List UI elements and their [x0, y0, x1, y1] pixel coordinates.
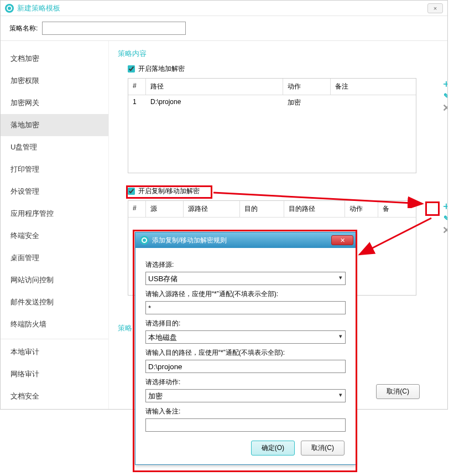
policy-name-row: 策略名称:	[1, 16, 447, 40]
sidebar-item-9[interactable]: 桌面管理	[1, 247, 108, 269]
col2-src: 源	[146, 201, 184, 217]
delete-icon[interactable]: ✕	[442, 104, 447, 112]
sidebar-item-13[interactable]: 本地审计	[1, 339, 108, 363]
landing-table-wrap: # 路径 动作 备注 1 D:\projone 加密	[128, 78, 439, 173]
sidebar: 文档加密加密权限加密网关落地加密U盘管理打印管理外设管理应用程序管控终端安全桌面…	[1, 41, 109, 409]
col2-num: #	[128, 201, 146, 217]
cell-num: 1	[128, 95, 146, 110]
lbl-action: 请选择动作:	[145, 377, 346, 387]
remark-input[interactable]	[145, 418, 346, 432]
landing-table-header: # 路径 动作 备注	[128, 79, 416, 95]
dialog-close-button[interactable]: ✕	[331, 235, 353, 245]
sidebar-item-11[interactable]: 邮件发送控制	[1, 291, 108, 313]
dialog-icon	[140, 236, 149, 245]
copymove-table-tools: ＋ ✎ ✕	[442, 201, 447, 235]
enable-copymove-checkbox[interactable]	[128, 188, 135, 195]
policy-name-label: 策略名称:	[9, 24, 38, 33]
sidebar-item-0[interactable]: 文档加密	[1, 48, 108, 70]
sidebar-item-15[interactable]: 文档安全	[1, 385, 108, 407]
lbl-remark: 请输入备注:	[145, 407, 346, 416]
sidebar-item-10[interactable]: 网站访问控制	[1, 269, 108, 291]
cell-path: D:\projone	[146, 95, 283, 110]
window-title: 新建策略模板	[17, 3, 60, 13]
sidebar-item-5[interactable]: 打印管理	[1, 158, 108, 180]
policy-name-input[interactable]	[42, 22, 186, 35]
sidebar-item-7[interactable]: 应用程序管控	[1, 203, 108, 225]
col2-dstp: 目的路径	[284, 201, 345, 217]
col2-dst: 目的	[240, 201, 284, 217]
edit-icon[interactable]: ✎	[442, 91, 447, 100]
col2-remark: 备	[378, 201, 416, 217]
source-path-input[interactable]	[145, 301, 346, 314]
dialog-titlebar: 添加复制/移动加解密规则 ✕	[135, 232, 356, 248]
sidebar-item-3[interactable]: 落地加密	[1, 114, 108, 136]
sidebar-item-2[interactable]: 加密网关	[1, 92, 108, 114]
app-icon	[5, 4, 14, 13]
sidebar-item-16[interactable]: 审批流程	[1, 407, 108, 409]
add-copymove-icon[interactable]: ＋	[442, 201, 447, 210]
sidebar-item-4[interactable]: U盘管理	[1, 136, 108, 158]
landing-table: # 路径 动作 备注 1 D:\projone 加密	[128, 78, 416, 173]
col-remark: 备注	[331, 79, 416, 95]
sidebar-item-8[interactable]: 终端安全	[1, 225, 108, 247]
add-icon[interactable]: ＋	[442, 79, 447, 88]
dest-select[interactable]: 本地磁盘	[145, 330, 346, 344]
col-path: 路径	[146, 79, 283, 95]
table-row[interactable]: 1 D:\projone 加密	[128, 95, 416, 110]
col-action: 动作	[283, 79, 331, 95]
enable-landing-checkbox[interactable]	[128, 65, 135, 73]
lbl-source-path: 请输入源路径，应使用“*”通配(不填表示全部):	[145, 289, 346, 299]
dialog-ok-button[interactable]: 确定(O)	[251, 441, 295, 456]
sidebar-item-6[interactable]: 外设管理	[1, 180, 108, 203]
delete-copymove-icon[interactable]: ✕	[442, 226, 447, 235]
edit-copymove-icon[interactable]: ✎	[442, 214, 447, 223]
dialog-cancel-button[interactable]: 取消(C)	[301, 441, 345, 456]
cell-action: 加密	[283, 95, 331, 110]
landing-table-tools: ＋ ✎ ✕	[442, 79, 447, 112]
sidebar-item-12[interactable]: 终端防火墙	[1, 313, 108, 335]
sidebar-item-14[interactable]: 网络审计	[1, 363, 108, 385]
dialog-body: 请选择源: USB存储 请输入源路径，应使用“*”通配(不填表示全部): 请选择…	[135, 248, 356, 464]
sidebar-item-1[interactable]: 加密权限	[1, 70, 108, 92]
enable-landing-label: 开启落地加解密	[138, 64, 185, 74]
cell-remark	[331, 95, 416, 110]
window-cancel-button[interactable]: 取消(C)	[376, 384, 420, 399]
col2-action: 动作	[345, 201, 378, 217]
col-num: #	[128, 79, 146, 95]
copymove-table-header: # 源 源路径 目的 目的路径 动作 备	[128, 201, 416, 218]
source-select[interactable]: USB存储	[145, 272, 346, 285]
enable-copymove-row: 开启复制/移动加解密	[128, 187, 439, 196]
lbl-dest: 请选择目的:	[145, 319, 346, 328]
lbl-dest-path: 请输入目的路径，应使用“*”通配(不填表示全部):	[145, 348, 346, 358]
window-buttons: 取消(C)	[372, 384, 420, 399]
section-title: 策略内容	[118, 49, 439, 59]
lbl-source: 请选择源:	[145, 260, 346, 270]
action-select[interactable]: 加密	[145, 389, 346, 402]
titlebar: 新建策略模板 ×	[1, 1, 447, 16]
copymove-rule-dialog: 添加复制/移动加解密规则 ✕ 请选择源: USB存储 请输入源路径，应使用“*”…	[135, 232, 356, 465]
close-button[interactable]: ×	[427, 3, 443, 13]
col2-srcp: 源路径	[184, 201, 240, 217]
dest-path-input[interactable]	[145, 360, 346, 373]
dialog-buttons: 确定(O) 取消(C)	[145, 441, 345, 456]
enable-landing-row: 开启落地加解密	[128, 64, 439, 74]
enable-copymove-label: 开启复制/移动加解密	[138, 187, 200, 196]
dialog-title: 添加复制/移动加解密规则	[152, 236, 227, 245]
